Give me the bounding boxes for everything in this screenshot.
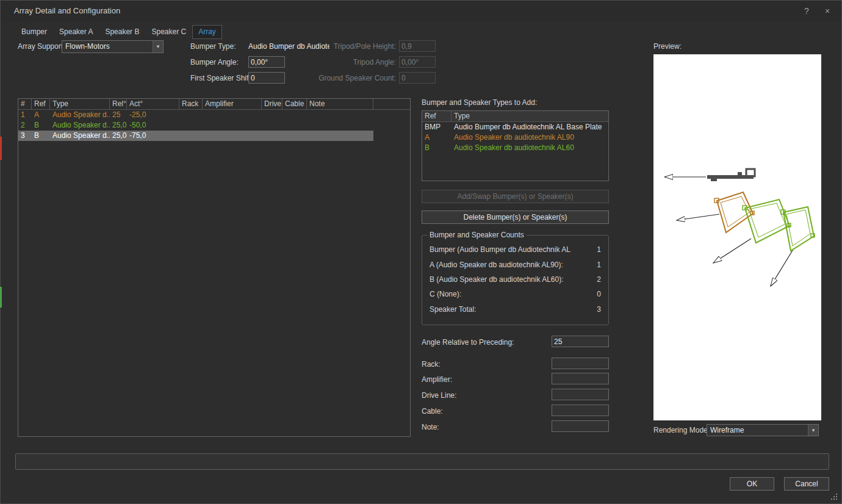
col-amplifier[interactable]: Amplifier xyxy=(203,99,262,109)
array-support-label: Array Support: xyxy=(18,41,65,52)
count-label: Bumper (Audio Bumper db Audiotechnik AL xyxy=(430,245,570,254)
tab-speaker-c[interactable]: Speaker C xyxy=(145,25,192,39)
chevron-down-icon[interactable]: ▾ xyxy=(153,41,163,52)
cancel-button[interactable]: Cancel xyxy=(784,477,829,491)
ok-button[interactable]: OK xyxy=(730,477,774,491)
preview-canvas xyxy=(653,54,821,420)
angle-relative-input[interactable] xyxy=(552,336,609,347)
tab-bar: Bumper Speaker A Speaker B Speaker C Arr… xyxy=(15,25,222,39)
rendering-mode-combo[interactable]: Wireframe ▾ xyxy=(707,424,819,436)
cell-type: Audio Speaker d... xyxy=(50,110,110,120)
count-row-c: C (None): 0 xyxy=(430,290,601,298)
cell-cable xyxy=(282,131,307,141)
resize-grip[interactable] xyxy=(836,499,837,500)
cell-num: 3 xyxy=(18,131,32,141)
cell-rel: 25,0 xyxy=(110,120,127,131)
preview-speaker-b2-shape xyxy=(781,207,815,251)
col-type[interactable]: Type xyxy=(50,99,110,109)
array-support-combo[interactable]: Flown-Motors ▾ xyxy=(62,40,164,53)
titlebar[interactable]: Array Detail and Configuration ? × xyxy=(1,1,841,21)
tab-bumper[interactable]: Bumper xyxy=(15,25,53,39)
col-drive[interactable]: Drive xyxy=(262,99,282,109)
cell-rel: 25 xyxy=(110,110,127,120)
first-speaker-shift-input[interactable] xyxy=(248,72,285,84)
col-ref[interactable]: Ref xyxy=(32,99,50,109)
col-num[interactable]: # xyxy=(18,99,32,109)
col-act[interactable]: Act° xyxy=(127,99,179,109)
types-table-header: Ref Type xyxy=(422,111,608,122)
cell-type: Audio Bumper db Audiotechnik AL Base Pla… xyxy=(452,122,608,132)
angle-relative-label: Angle Relative to Preceding: xyxy=(422,337,514,348)
window-title: Array Detail and Configuration xyxy=(14,1,120,21)
cell-note xyxy=(307,110,373,120)
rack-label: Rack: xyxy=(422,359,441,370)
count-value: 2 xyxy=(597,275,601,284)
tab-speaker-a[interactable]: Speaker A xyxy=(53,25,99,39)
cable-label: Cable: xyxy=(422,406,443,417)
types-to-add-table: Ref Type BMP Audio Bumper db Audiotechni… xyxy=(422,110,609,181)
rendering-mode-label: Rendering Mode: xyxy=(653,425,710,436)
col-ref[interactable]: Ref xyxy=(422,111,452,121)
col-cable[interactable]: Cable xyxy=(282,99,307,109)
preview-label: Preview: xyxy=(653,41,682,52)
list-item-bumper[interactable]: BMP Audio Bumper db Audiotechnik AL Base… xyxy=(422,122,608,132)
types-to-add-label: Bumper and Speaker Types to Add: xyxy=(422,97,537,109)
cell-ref: A xyxy=(422,132,452,143)
cell-type: Audio Speaker d... xyxy=(50,131,110,141)
add-swap-button: Add/Swap Bumper(s) or Speaker(s) xyxy=(422,190,609,203)
cell-act: -50,0 xyxy=(127,120,179,131)
count-row-a: A (Audio Speaker db audiotechnik AL90): … xyxy=(430,261,601,269)
status-input[interactable] xyxy=(15,453,829,470)
count-row-total: Speaker Total: 3 xyxy=(430,305,601,314)
cell-ref: A xyxy=(32,110,50,120)
cable-input[interactable] xyxy=(552,405,609,416)
help-icon[interactable]: ? xyxy=(797,1,816,21)
count-label: C (None): xyxy=(430,290,461,298)
cell-amplifier xyxy=(203,110,262,120)
count-value: 0 xyxy=(597,290,601,298)
bumper-type-label: Bumper Type: xyxy=(190,41,236,52)
cell-num: 1 xyxy=(18,110,32,120)
close-icon[interactable]: × xyxy=(818,1,837,21)
table-row[interactable]: 2 B Audio Speaker d... 25,0 -50,0 xyxy=(18,120,373,131)
drive-line-input[interactable] xyxy=(552,389,609,400)
list-item-speaker-a[interactable]: A Audio Speaker db audiotechnik AL90 xyxy=(422,132,608,143)
table-row-selected[interactable]: 3 B Audio Speaker d... 25,0 -75,0 xyxy=(18,131,373,141)
array-support-value: Flown-Motors xyxy=(65,41,110,52)
table-row[interactable]: 1 A Audio Speaker d... 25 -25,0 xyxy=(18,110,373,120)
cell-ref: B xyxy=(32,131,50,141)
list-item-speaker-b[interactable]: B Audio Speaker db audiotechnik AL60 xyxy=(422,143,608,153)
cell-type: Audio Speaker d... xyxy=(50,120,110,131)
cell-drive xyxy=(262,131,282,141)
amplifier-label: Amplifier: xyxy=(422,374,452,386)
tab-speaker-b[interactable]: Speaker B xyxy=(99,25,145,39)
cell-act: -75,0 xyxy=(127,131,179,141)
col-note[interactable]: Note xyxy=(307,99,373,109)
count-row-bumper: Bumper (Audio Bumper db Audiotechnik AL … xyxy=(430,245,601,254)
chevron-down-icon[interactable]: ▾ xyxy=(808,425,818,436)
count-value: 1 xyxy=(597,261,601,269)
cell-rack xyxy=(179,120,203,131)
col-rel[interactable]: Rel° xyxy=(110,99,127,109)
first-speaker-shift-label: First Speaker Shift: xyxy=(190,73,253,84)
note-input[interactable] xyxy=(552,420,609,432)
cell-ref: B xyxy=(422,143,452,153)
cell-cable xyxy=(282,110,307,120)
tab-array[interactable]: Array xyxy=(192,25,222,39)
cell-rack xyxy=(179,110,203,120)
count-label: Speaker Total: xyxy=(430,305,477,314)
count-value: 1 xyxy=(597,245,601,254)
ground-speaker-count-input xyxy=(399,72,436,84)
cell-drive xyxy=(262,120,282,131)
col-rack[interactable]: Rack xyxy=(179,99,203,109)
col-type[interactable]: Type xyxy=(452,111,608,121)
speaker-table-header: # Ref Type Rel° Act° Rack Amplifier Driv… xyxy=(18,99,410,110)
delete-button[interactable]: Delete Bumper(s) or Speaker(s) xyxy=(422,211,609,224)
amplifier-input[interactable] xyxy=(552,373,609,384)
speaker-b2-aim-arrow xyxy=(771,248,794,286)
bumper-angle-input[interactable] xyxy=(248,56,285,68)
cell-type: Audio Speaker db audiotechnik AL60 xyxy=(452,143,608,153)
speaker-a-aim-arrow xyxy=(677,214,719,220)
preview-speaker-a-shape xyxy=(714,192,754,232)
rack-input[interactable] xyxy=(552,358,609,369)
